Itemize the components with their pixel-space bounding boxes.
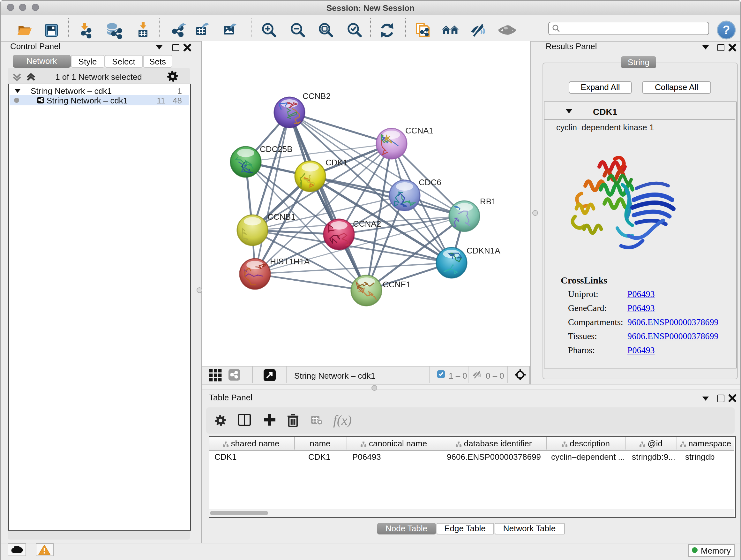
svg-text:?: ? <box>723 23 730 37</box>
